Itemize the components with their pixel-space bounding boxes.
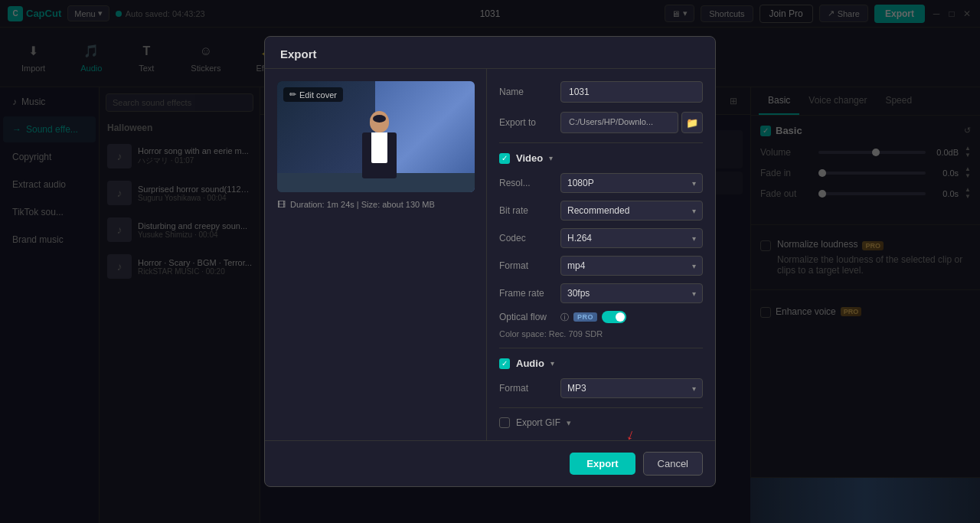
export-to-label: Export to	[499, 117, 553, 128]
video-section-header: ✓ Video ▾	[499, 152, 703, 164]
dialog-preview-panel: ✏ Edit cover 🎞 Duration: 1m 24s | Size: …	[265, 69, 487, 440]
optical-flow-toggle[interactable]	[602, 311, 626, 323]
optical-flow-label: Optical flow	[499, 312, 560, 322]
bitrate-value: Recommended	[567, 205, 629, 216]
resolution-label: Resol...	[499, 178, 560, 188]
toggle-dot	[616, 312, 625, 322]
resolution-dropdown[interactable]: 1080P ▾	[560, 173, 703, 193]
export-dialog: Export	[264, 36, 716, 487]
dialog-export-label: Export	[586, 458, 618, 469]
export-gif-checkbox[interactable]	[499, 417, 510, 428]
audio-collapse-icon[interactable]: ▾	[550, 359, 554, 368]
export-gif-label: Export GIF	[516, 417, 560, 428]
audio-section-header: ✓ Audio ▾	[499, 358, 703, 369]
edit-cover-button[interactable]: ✏ Edit cover	[283, 87, 343, 102]
duration-text: Duration: 1m 24s | Size: about 130 MB	[290, 200, 435, 209]
dialog-body: ✏ Edit cover 🎞 Duration: 1m 24s | Size: …	[265, 69, 715, 440]
framerate-dropdown[interactable]: 30fps ▾	[560, 283, 703, 303]
audio-format-value: MP3	[567, 383, 586, 394]
export-to-row: Export to C:/Users/HP/Downlo... 📁	[499, 112, 703, 133]
format-field: Format mp4 ▾	[499, 256, 703, 276]
export-path-field[interactable]: C:/Users/HP/Downlo...	[560, 112, 678, 133]
video-divider	[499, 142, 703, 143]
bitrate-field: Bit rate Recommended ▾	[499, 201, 703, 221]
modal-overlay: Export	[0, 0, 980, 523]
codec-dropdown[interactable]: H.264 ▾	[560, 228, 703, 248]
export-thumbnail: ✏ Edit cover	[277, 81, 475, 192]
optical-flow-row: Optical flow ⓘ PRO	[499, 311, 703, 323]
edit-icon: ✏	[289, 90, 296, 100]
anchor-head	[370, 111, 389, 132]
codec-arrow-icon: ▾	[692, 234, 696, 243]
name-label: Name	[499, 87, 553, 97]
anchor-hair	[373, 115, 386, 123]
audio-divider	[499, 348, 703, 348]
export-path-container: C:/Users/HP/Downlo... 📁	[560, 112, 703, 133]
dialog-form-panel: Name Export to C:/Users/HP/Downlo... 📁	[487, 69, 715, 440]
resolution-value: 1080P	[567, 178, 594, 188]
codec-field: Codec H.264 ▾	[499, 228, 703, 248]
format-value: mp4	[567, 260, 585, 271]
framerate-arrow-icon: ▾	[692, 289, 696, 298]
framerate-label: Frame rate	[499, 288, 560, 299]
anchor-shirt	[371, 132, 387, 163]
anchor-figure	[362, 111, 397, 178]
audio-format-arrow-icon: ▾	[692, 384, 696, 393]
duration-info: 🎞 Duration: 1m 24s | Size: about 130 MB	[277, 200, 474, 209]
optical-flow-info-icon[interactable]: ⓘ	[560, 312, 569, 323]
optical-flow-controls: ⓘ PRO	[560, 311, 626, 323]
color-space-text: Color space: Rec. 709 SDR	[499, 329, 703, 338]
dialog-cancel-label: Cancel	[658, 458, 688, 469]
audio-format-dropdown[interactable]: MP3 ▾	[560, 378, 703, 398]
video-checkbox[interactable]: ✓	[499, 153, 510, 164]
audio-checkbox[interactable]: ✓	[499, 358, 510, 369]
anchor-body	[362, 132, 397, 178]
framerate-field: Frame rate 30fps ▾	[499, 283, 703, 303]
format-dropdown[interactable]: mp4 ▾	[560, 256, 703, 276]
format-arrow-icon: ▾	[692, 262, 696, 270]
audio-format-label: Format	[499, 383, 560, 394]
export-gif-info-icon: ▾	[567, 418, 571, 428]
edit-cover-label: Edit cover	[299, 90, 337, 100]
name-input[interactable]	[560, 81, 703, 103]
export-gif-row: Export GIF ▾	[499, 417, 703, 428]
codec-value: H.264	[567, 233, 592, 244]
framerate-value: 30fps	[567, 288, 590, 299]
folder-browse-button[interactable]: 📁	[681, 112, 703, 133]
audio-section-title: Audio	[516, 358, 544, 369]
name-row: Name	[499, 81, 703, 103]
thumb-inner: ✏ Edit cover	[277, 81, 475, 192]
dialog-cancel-button[interactable]: Cancel	[643, 452, 703, 476]
format-label: Format	[499, 260, 560, 271]
resolution-arrow-icon: ▾	[692, 179, 696, 188]
video-section-title: Video	[516, 152, 543, 164]
dialog-footer: ↓ Export Cancel	[265, 440, 715, 486]
video-collapse-icon[interactable]: ▾	[549, 154, 553, 162]
bitrate-arrow-icon: ▾	[692, 207, 696, 215]
dialog-title: Export	[265, 37, 715, 69]
gif-divider	[499, 407, 703, 408]
bitrate-dropdown[interactable]: Recommended ▾	[560, 201, 703, 221]
codec-label: Codec	[499, 233, 560, 244]
film-icon: 🎞	[277, 200, 286, 209]
folder-icon: 📁	[686, 117, 698, 129]
audio-format-field: Format MP3 ▾	[499, 378, 703, 398]
optical-flow-pro-badge: PRO	[573, 312, 597, 322]
resolution-field: Resol... 1080P ▾	[499, 173, 703, 193]
bitrate-label: Bit rate	[499, 205, 560, 216]
dialog-export-button[interactable]: Export	[570, 453, 635, 475]
